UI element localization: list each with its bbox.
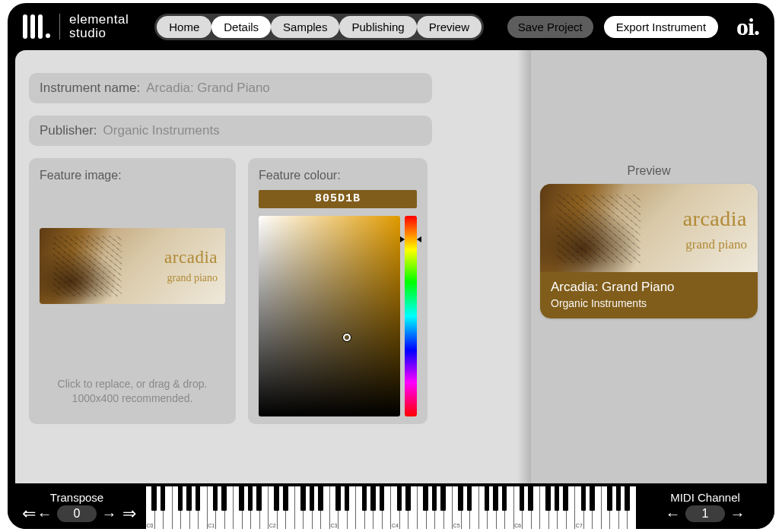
main-tabs: Home Details Samples Publishing Preview	[154, 14, 484, 40]
feature-image-hint: Click to replace, or drag & drop. 1000x4…	[40, 377, 225, 406]
midi-channel-value[interactable]: 1	[685, 505, 726, 522]
piano-white-key[interactable]	[295, 486, 304, 529]
piano-black-key[interactable]	[256, 486, 262, 511]
piano-black-key[interactable]	[397, 486, 402, 511]
transpose-value[interactable]: 0	[57, 505, 97, 522]
feature-image-title: Feature image:	[40, 169, 225, 182]
piano-white-key[interactable]: C7	[575, 486, 584, 529]
export-instrument-button[interactable]: Export Instrument	[604, 16, 718, 38]
feature-colour-title: Feature colour:	[259, 169, 417, 182]
transpose-up-button[interactable]: →	[100, 506, 118, 521]
piano-black-key[interactable]	[493, 486, 498, 511]
preview-arcadia-sub: grand piano	[683, 237, 747, 252]
piano-black-key[interactable]	[520, 486, 525, 511]
colour-hue-slider[interactable]	[405, 216, 417, 416]
colour-sv-handle[interactable]	[343, 334, 351, 341]
piano-black-key[interactable]	[370, 486, 376, 511]
piano-white-key[interactable]	[234, 486, 243, 529]
piano-white-key[interactable]	[418, 486, 427, 529]
preview-label: Preview	[531, 164, 767, 178]
oi-logo: oi.	[736, 13, 759, 41]
piano-black-key[interactable]	[545, 486, 551, 511]
colour-saturation-value-plane[interactable]	[259, 216, 400, 416]
piano-black-key[interactable]	[274, 486, 279, 511]
transpose-octave-down-button[interactable]: ⇐	[21, 505, 33, 522]
colour-hue-handle[interactable]	[402, 236, 420, 241]
piano-black-key[interactable]	[335, 486, 341, 511]
transpose-down-button[interactable]: ←	[36, 506, 54, 521]
transpose-octave-up-button[interactable]: ⇒	[121, 505, 133, 522]
tab-details[interactable]: Details	[211, 16, 271, 38]
piano-black-key[interactable]	[458, 486, 463, 511]
piano-black-key[interactable]	[151, 486, 157, 511]
piano-black-key[interactable]	[590, 486, 595, 511]
piano-black-key[interactable]	[283, 486, 288, 511]
publisher-field[interactable]: Publisher: Organic Instruments	[29, 116, 432, 146]
piano-black-key[interactable]	[239, 486, 244, 511]
tab-home[interactable]: Home	[157, 16, 211, 38]
feature-colour-panel: Feature colour:	[248, 158, 428, 424]
piano-keyboard[interactable]: C0C1C2C3C4C5C6C7	[146, 486, 636, 529]
transpose-label: Transpose	[50, 491, 103, 504]
piano-black-key[interactable]	[318, 486, 323, 511]
piano-black-key[interactable]	[440, 486, 446, 511]
piano-black-key[interactable]	[405, 486, 411, 511]
piano-white-key[interactable]: C3	[330, 486, 339, 529]
piano-white-key[interactable]	[356, 486, 365, 529]
tab-publishing[interactable]: Publishing	[339, 16, 416, 38]
piano-black-key[interactable]	[528, 486, 533, 511]
piano-black-key[interactable]	[310, 486, 315, 511]
piano-black-key[interactable]	[485, 486, 490, 511]
piano-white-key[interactable]	[479, 486, 488, 529]
midi-channel-down-button[interactable]: ←	[664, 506, 682, 521]
piano-white-key[interactable]	[602, 486, 611, 529]
piano-black-key[interactable]	[221, 486, 227, 511]
piano-black-key[interactable]	[502, 486, 507, 511]
piano-black-key[interactable]	[213, 486, 218, 511]
feature-image-dropzone[interactable]: arcadia grand piano	[40, 228, 225, 304]
piano-white-key[interactable]: C4	[391, 486, 400, 529]
piano-white-key[interactable]: C5	[453, 486, 462, 529]
piano-black-key[interactable]	[432, 486, 437, 511]
piano-black-key[interactable]	[423, 486, 428, 511]
piano-black-key[interactable]	[616, 486, 621, 511]
instrument-name-field[interactable]: Instrument name: Arcadia: Grand Piano	[29, 73, 432, 103]
piano-black-key[interactable]	[607, 486, 612, 511]
feature-colour-hex-input[interactable]	[259, 190, 417, 208]
piano-black-key[interactable]	[625, 486, 630, 511]
piano-black-key[interactable]	[196, 486, 201, 511]
piano-black-key[interactable]	[300, 486, 306, 511]
topbar: elemental studio Home Details Samples Pu…	[8, 3, 774, 50]
piano-black-key[interactable]	[178, 486, 183, 511]
piano-black-key[interactable]	[563, 486, 568, 511]
piano-black-key[interactable]	[161, 486, 166, 511]
publisher-value: Organic Instruments	[103, 123, 220, 138]
piano-black-key[interactable]	[380, 486, 385, 511]
piano-black-key[interactable]	[555, 486, 560, 511]
piano-white-key[interactable]: C1	[208, 486, 217, 529]
piano-black-key[interactable]	[467, 486, 472, 511]
midi-channel-up-button[interactable]: →	[728, 506, 746, 521]
thumb-arcadia-title: arcadia	[164, 248, 218, 268]
piano-black-key[interactable]	[186, 486, 192, 511]
piano-white-key[interactable]	[173, 486, 182, 529]
tab-samples[interactable]: Samples	[271, 16, 339, 38]
piano-white-key[interactable]	[540, 486, 549, 529]
preview-card-info: Arcadia: Grand Piano Organic Instruments	[540, 272, 758, 318]
logo-bars-icon	[23, 14, 50, 39]
piano-black-key[interactable]	[362, 486, 367, 511]
feature-image-panel: Feature image: arcadia grand piano Click…	[29, 158, 236, 424]
bottombar: Transpose ⇐ ← 0 → ⇒ C0C1C2C3C4C5C6C7 MID…	[8, 483, 774, 529]
piano-white-key[interactable]: C0	[146, 486, 155, 529]
piano-octave-label: C6	[514, 523, 521, 528]
piano-octave-label: C4	[392, 523, 399, 528]
piano-white-key[interactable]: C6	[514, 486, 523, 529]
piano-black-key[interactable]	[248, 486, 253, 511]
piano-black-key[interactable]	[581, 486, 586, 511]
tab-preview[interactable]: Preview	[417, 16, 482, 38]
instrument-name-value: Arcadia: Grand Piano	[146, 81, 270, 96]
piano-white-key[interactable]: C2	[269, 486, 278, 529]
save-project-button[interactable]: Save Project	[507, 16, 593, 38]
piano-black-key[interactable]	[345, 486, 350, 511]
midi-channel-label: MIDI Channel	[670, 491, 740, 504]
